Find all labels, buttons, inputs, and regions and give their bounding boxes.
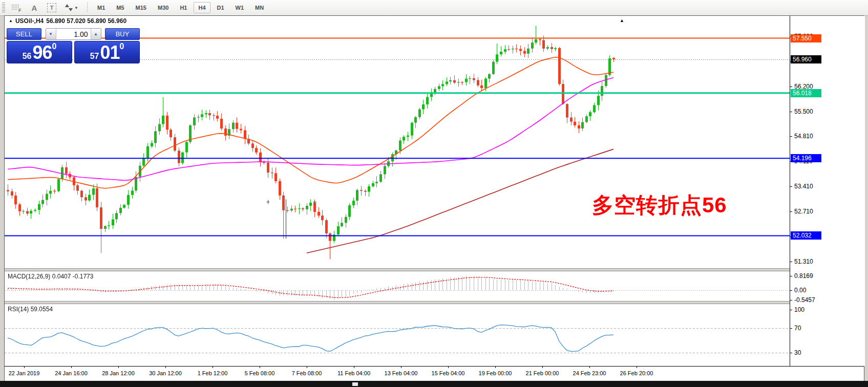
timeframe-button-w1[interactable]: W1 bbox=[231, 2, 249, 13]
timeframe-button-d1[interactable]: D1 bbox=[213, 2, 229, 13]
time-axis[interactable]: 22 Jan 201924 Jan 16:0028 Jan 12:0030 Ja… bbox=[5, 366, 864, 381]
buy-price-sup: 0 bbox=[119, 42, 124, 51]
volume-decrease-button[interactable]: ▼ bbox=[46, 29, 56, 39]
time-tick-mark bbox=[542, 367, 543, 368]
price-badge-54.196: 54.196 bbox=[791, 154, 821, 162]
price-badge-56.960: 56.960 bbox=[791, 55, 821, 63]
macd-pane-label: MACD(12,26,9) 0.0407 -0.1773 bbox=[8, 273, 93, 280]
time-tick-label: 22 Jan 2019 bbox=[9, 370, 40, 376]
chart-window: ▲ USOil-,H4 56.890 57.020 56.890 56.960 … bbox=[4, 15, 864, 381]
rsi-pane-label: RSI(14) 59.0554 bbox=[8, 306, 53, 313]
timeframe-button-m1[interactable]: M1 bbox=[93, 2, 110, 13]
rsi-indicator-canvas[interactable] bbox=[5, 304, 790, 366]
time-tick-label: 24 Jan 16:00 bbox=[55, 370, 88, 376]
pane-splitter[interactable] bbox=[5, 301, 790, 304]
arrows-glyph bbox=[65, 4, 73, 12]
toolbar-drag-handle[interactable] bbox=[2, 3, 5, 13]
text-box-icon[interactable]: T bbox=[43, 2, 60, 14]
rsi-axis-label: 100 bbox=[794, 306, 805, 313]
sell-price-display[interactable]: 56 96 0 bbox=[7, 41, 72, 63]
axis-tick-mark bbox=[790, 211, 792, 212]
buy-button[interactable]: BUY bbox=[105, 28, 140, 40]
time-tick-label: 13 Feb 04:00 bbox=[385, 370, 418, 376]
volume-increase-button[interactable]: ▲ bbox=[91, 29, 101, 39]
time-tick-label: 28 Jan 12:00 bbox=[102, 370, 135, 376]
expand-triangle-icon[interactable]: ▲ bbox=[9, 19, 13, 23]
volume-input[interactable] bbox=[56, 29, 91, 39]
time-tick-mark bbox=[24, 367, 25, 368]
toolbar-separator bbox=[87, 3, 88, 13]
time-tick-mark bbox=[495, 367, 496, 368]
chart-shift-marker[interactable]: ▲ bbox=[620, 18, 624, 23]
time-tick-label: 15 Feb 04:00 bbox=[432, 370, 465, 376]
timeframe-button-m5[interactable]: M5 bbox=[112, 2, 129, 13]
time-tick-label: 11 Feb 04:00 bbox=[337, 370, 370, 376]
time-tick-mark bbox=[307, 367, 307, 368]
buy-price-display[interactable]: 57 01 0 bbox=[74, 41, 140, 63]
time-tick-mark bbox=[448, 367, 449, 368]
sell-button[interactable]: SELL bbox=[7, 28, 41, 40]
macd-axis-label: 0.8169 bbox=[794, 272, 813, 280]
sell-price-sup: 0 bbox=[52, 42, 56, 51]
one-click-trade-panel: SELL ▼ ▲ BUY 56 96 0 57 01 0 bbox=[7, 28, 140, 63]
time-tick-mark bbox=[589, 367, 590, 368]
pane-splitter[interactable] bbox=[5, 268, 790, 271]
dotted-grid-glyph: F bbox=[11, 4, 23, 12]
timeframe-button-h1[interactable]: H1 bbox=[175, 2, 192, 13]
time-tick-label: 5 Feb 08:00 bbox=[245, 370, 275, 376]
time-tick-mark bbox=[401, 367, 401, 368]
arrows-objects-icon[interactable]: ▼ bbox=[60, 2, 83, 14]
axis-tick-mark bbox=[790, 186, 792, 187]
indicator-grid-icon[interactable]: F bbox=[8, 2, 26, 14]
toolbar: F A T ▼ M1M5M15M30H1H4D1W1MN bbox=[0, 0, 868, 16]
axis-tick-mark bbox=[790, 262, 792, 262]
bottom-strip-notch bbox=[352, 382, 358, 386]
chart-text-annotation: 多空转折点56 bbox=[592, 191, 727, 220]
price-badge-52.032: 52.032 bbox=[791, 231, 821, 240]
svg-text:F: F bbox=[18, 8, 22, 12]
axis-tick-mark bbox=[790, 87, 792, 87]
time-tick-mark bbox=[118, 367, 119, 368]
time-tick-mark bbox=[260, 367, 260, 368]
macd-axis-label: 0.00 bbox=[794, 287, 806, 294]
rsi-axis-label: 70 bbox=[794, 325, 801, 332]
dropdown-caret-icon: ▼ bbox=[74, 6, 78, 10]
text-label-icon[interactable]: A bbox=[26, 2, 43, 14]
timeframe-button-m30[interactable]: M30 bbox=[153, 2, 173, 13]
timeframe-button-mn[interactable]: MN bbox=[250, 2, 268, 13]
mt4-window: { "toolbar": { "icons": [ {"name": "indi… bbox=[0, 0, 868, 387]
axis-tick-mark bbox=[790, 290, 792, 291]
time-tick-mark bbox=[637, 367, 637, 368]
price-tick-label: 55.500 bbox=[794, 108, 813, 115]
timeframe-buttons: M1M5M15M30H1H4D1W1MN bbox=[92, 2, 269, 13]
price-tick-label: 52.710 bbox=[794, 208, 813, 215]
axis-tick-mark bbox=[790, 112, 792, 112]
time-tick-label: 30 Jan 12:00 bbox=[149, 370, 182, 376]
time-tick-label: 26 Feb 20:00 bbox=[620, 370, 653, 376]
macd-indicator-canvas[interactable] bbox=[5, 271, 790, 301]
axis-tick-mark bbox=[790, 300, 792, 300]
buy-price-small: 57 bbox=[90, 51, 99, 61]
sell-price-small: 56 bbox=[23, 51, 32, 61]
price-axis[interactable]: 57.60056.90056.20055.50054.81054.11053.4… bbox=[790, 16, 865, 366]
chart-title: ▲ USOil-,H4 56.890 57.020 56.890 56.960 bbox=[9, 17, 126, 25]
timeframe-button-h4[interactable]: H4 bbox=[194, 2, 210, 13]
timeframe-button-m15[interactable]: M15 bbox=[131, 2, 151, 13]
time-tick-mark bbox=[71, 367, 72, 368]
axis-tick-mark bbox=[790, 136, 792, 137]
axis-tick-mark bbox=[790, 353, 792, 353]
price-tick-label: 54.810 bbox=[794, 133, 813, 140]
volume-stepper: ▼ ▲ bbox=[46, 28, 101, 40]
time-tick-label: 19 Feb 00:00 bbox=[479, 370, 512, 376]
buy-price-big: 01 bbox=[100, 44, 119, 61]
axis-tick-mark bbox=[790, 276, 792, 276]
time-tick-label: 24 Feb 23:00 bbox=[573, 370, 606, 376]
time-tick-label: 7 Feb 08:00 bbox=[292, 370, 322, 376]
price-badge-57.550: 57.550 bbox=[791, 34, 821, 42]
time-tick-mark bbox=[165, 367, 166, 368]
ohlc-values: 56.890 57.020 56.890 56.960 bbox=[46, 17, 126, 25]
axis-tick-mark bbox=[790, 310, 792, 310]
time-tick-mark bbox=[354, 367, 354, 368]
time-tick-mark bbox=[213, 367, 213, 368]
symbol-period-label: USOil-,H4 bbox=[15, 17, 44, 25]
